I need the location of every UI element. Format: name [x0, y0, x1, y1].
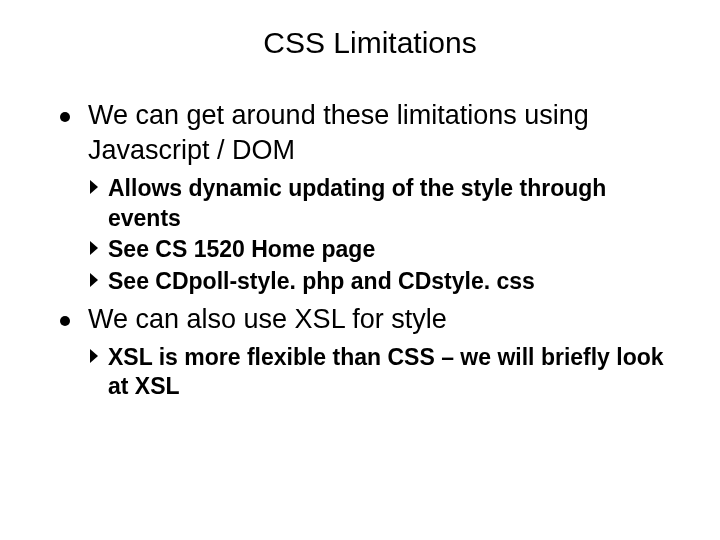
bullet-level2: XSL is more flexible than CSS – we will … — [88, 343, 680, 402]
subbullet-text: See CS 1520 Home page — [108, 235, 375, 264]
bullet-text: We can get around these limitations usin… — [88, 98, 680, 168]
arrow-icon — [88, 271, 102, 293]
subbullet-text: See CDpoll-style. php and CDstyle. css — [108, 267, 535, 296]
bullet-text: We can also use XSL for style — [88, 302, 447, 337]
slide-title: CSS Limitations — [60, 26, 680, 60]
bullet-level2: Allows dynamic updating of the style thr… — [88, 174, 680, 233]
bullet-level1: We can get around these limitations usin… — [60, 98, 680, 168]
bullet-dot-icon — [60, 316, 70, 326]
arrow-icon — [88, 178, 102, 200]
slide: CSS Limitations We can get around these … — [0, 0, 720, 540]
subbullet-text: XSL is more flexible than CSS – we will … — [108, 343, 680, 402]
bullet-level2: See CS 1520 Home page — [88, 235, 680, 264]
arrow-icon — [88, 239, 102, 261]
bullet-level2: See CDpoll-style. php and CDstyle. css — [88, 267, 680, 296]
bullet-level1: We can also use XSL for style — [60, 302, 680, 337]
arrow-icon — [88, 347, 102, 369]
bullet-dot-icon — [60, 112, 70, 122]
subbullet-text: Allows dynamic updating of the style thr… — [108, 174, 680, 233]
